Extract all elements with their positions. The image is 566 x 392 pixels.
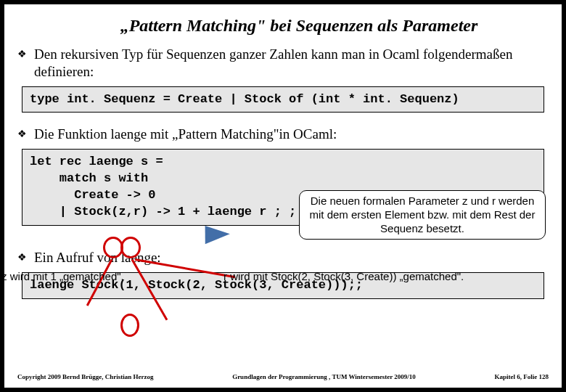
bullet-2-text: Die Funktion laenge mit „Pattern Matchin… bbox=[34, 126, 549, 143]
diamond-bullet-icon: ❖ bbox=[17, 126, 27, 143]
slide: „Pattern Matching" bei Sequenzen als Par… bbox=[4, 4, 562, 388]
note-left: z wird mit 1 „gematched". bbox=[1, 270, 124, 282]
footer-left: Copyright 2009 Bernd Brügge, Christian H… bbox=[17, 373, 154, 380]
note-right: r wird mit Stock(2, Stock(3, Create)) „g… bbox=[223, 270, 464, 282]
footer-right: Kapitel 6, Folie 128 bbox=[495, 373, 549, 380]
diamond-bullet-icon: ❖ bbox=[17, 249, 27, 266]
callout-pointer-icon bbox=[200, 226, 230, 250]
slide-title: „Pattern Matching" bei Sequenzen als Par… bbox=[46, 16, 551, 36]
footer: Copyright 2009 Bernd Brügge, Christian H… bbox=[17, 373, 549, 380]
bullet-3: ❖ Ein Aufruf von laenge: bbox=[17, 249, 549, 266]
bullet-1-text: Den rekursiven Typ für Sequenzen ganzer … bbox=[34, 46, 549, 81]
bullet-1: ❖ Den rekursiven Typ für Sequenzen ganze… bbox=[17, 46, 549, 81]
bullet-3-text: Ein Aufruf von laenge: bbox=[34, 249, 549, 266]
footer-mid: Grundlagen der Programmierung , TUM Wint… bbox=[154, 373, 495, 380]
code-typedef: type int. Sequenz = Create | Stock of (i… bbox=[22, 86, 544, 113]
bullet-2: ❖ Die Funktion laenge mit „Pattern Match… bbox=[17, 126, 549, 143]
diamond-bullet-icon: ❖ bbox=[17, 46, 27, 63]
callout-box: Die neuen formalen Parameter z und r wer… bbox=[299, 190, 546, 240]
highlight-ellipse-one bbox=[120, 314, 139, 337]
